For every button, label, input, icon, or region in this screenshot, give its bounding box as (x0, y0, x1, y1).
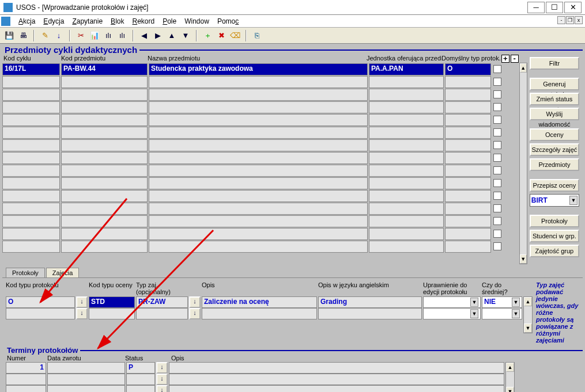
mdi-restore-button[interactable]: ❐ (566, 16, 574, 24)
grid-cell[interactable] (61, 203, 148, 215)
grid-cell[interactable]: 16/17L (2, 63, 60, 75)
zmien-status-button[interactable]: Zmień status prot. (530, 93, 579, 105)
grid-cell[interactable] (149, 228, 368, 240)
grid-cell[interactable] (445, 89, 491, 101)
table-row[interactable] (2, 89, 519, 101)
grid-cell[interactable] (445, 228, 491, 240)
grid-cell[interactable] (61, 177, 148, 189)
plus-button[interactable]: + (501, 55, 509, 63)
grid-cell[interactable] (149, 165, 368, 177)
grid-cell[interactable] (61, 139, 148, 151)
tab-zajecia[interactable]: Zajęcia (46, 268, 79, 277)
grid-cell[interactable]: PA.A.PAN (369, 63, 444, 75)
protokoly-button[interactable]: Protokoły (530, 215, 579, 227)
row-checkbox[interactable] (493, 179, 501, 187)
grid-cell[interactable] (369, 228, 444, 240)
grid-cell[interactable] (2, 127, 60, 139)
toolbar-chart-icon[interactable]: 📊 (89, 30, 100, 41)
filtr-button[interactable]: Filtr (530, 57, 579, 70)
table-row[interactable] (2, 241, 519, 253)
scroll-down-icon[interactable]: ▼ (506, 387, 514, 392)
toolbar-down-icon[interactable]: ↓ (53, 30, 65, 41)
select-srednia-2[interactable]: ▼ (482, 308, 522, 319)
grid-cell[interactable] (149, 139, 368, 151)
grid-cell[interactable] (369, 89, 444, 101)
row-checkbox[interactable] (493, 90, 501, 98)
grid-cell[interactable] (445, 101, 491, 113)
select-srednia[interactable]: NIE▼ (482, 296, 522, 308)
input-opis[interactable]: Zaliczenie na ocenę (202, 296, 317, 308)
studenci-button[interactable]: Studenci w grp. (530, 230, 579, 242)
table-row[interactable] (2, 127, 519, 139)
table-row[interactable] (2, 76, 519, 88)
grid-cell[interactable] (149, 76, 368, 88)
grid-cell[interactable] (2, 228, 60, 240)
toolbar-bars1-icon[interactable]: ılı (103, 30, 114, 41)
table-row[interactable] (2, 177, 519, 189)
grid-cell[interactable] (149, 177, 368, 189)
grid-cell[interactable] (2, 190, 60, 202)
row-checkbox[interactable] (493, 166, 501, 174)
grid-cell[interactable] (445, 190, 491, 202)
print-icon[interactable]: 🖶 (17, 30, 29, 41)
term-data-2[interactable] (47, 374, 125, 385)
przepisz-button[interactable]: Przepisz oceny (530, 179, 579, 192)
term-numer[interactable]: 1 (6, 362, 46, 374)
grid-cell[interactable] (61, 228, 148, 240)
term-lookup-1[interactable]: ↓ (156, 362, 168, 374)
delete-icon[interactable]: ✖ (216, 30, 227, 41)
grid-cell[interactable]: Studencka praktyka zawodowa (149, 63, 368, 75)
row-checkbox[interactable] (493, 217, 501, 225)
minimize-button[interactable]: ─ (527, 2, 545, 13)
grid-cell[interactable] (61, 165, 148, 177)
grid-cell[interactable] (445, 165, 491, 177)
toolbar-edit-icon[interactable]: ✎ (39, 30, 51, 41)
input-kod-typu-prot[interactable]: O (6, 296, 75, 308)
input-kod-typu-oceny-2[interactable] (89, 308, 135, 319)
grid-cell[interactable] (61, 241, 148, 253)
table-row[interactable] (2, 203, 519, 215)
input-opis-2[interactable] (202, 308, 317, 319)
term-numer-2[interactable] (6, 374, 46, 385)
scroll-down-icon[interactable]: ▼ (524, 324, 532, 333)
row-checkbox[interactable] (493, 230, 501, 238)
grid-cell[interactable] (149, 89, 368, 101)
mdi-close-button[interactable]: x (575, 16, 583, 24)
term-lookup-2[interactable]: ↓ (156, 374, 168, 385)
table-row[interactable] (2, 114, 519, 126)
term-status[interactable]: P (126, 362, 155, 374)
scroll-up-icon[interactable]: ▲ (520, 63, 527, 73)
grid-cell[interactable] (369, 215, 444, 227)
grid-cell[interactable] (2, 101, 60, 113)
grid-cell[interactable] (369, 190, 444, 202)
maximize-button[interactable]: ☐ (546, 2, 563, 13)
row-checkbox[interactable] (493, 154, 501, 162)
generuj-button[interactable]: Generuj protokoły (530, 78, 579, 90)
grid-cell[interactable] (445, 215, 491, 227)
menu-edycja[interactable]: Edycja (43, 17, 64, 25)
term-data-3[interactable] (47, 385, 125, 392)
birt-select[interactable]: BIRT▼ (530, 194, 579, 207)
grid-cell[interactable] (61, 76, 148, 88)
input-opis-en-2[interactable] (318, 308, 422, 319)
menu-pole[interactable]: Pole (163, 17, 176, 25)
grid-cell[interactable] (2, 89, 60, 101)
grid-cell[interactable] (369, 165, 444, 177)
grid-cell[interactable] (2, 76, 60, 88)
proto-scrollbar[interactable]: ▲ ▼ (523, 296, 533, 333)
grid-cell[interactable] (149, 190, 368, 202)
grid-cell[interactable] (369, 139, 444, 151)
scroll-up-icon[interactable]: ▲ (524, 297, 532, 306)
grid-cell[interactable] (445, 127, 491, 139)
grid-cell[interactable] (2, 139, 60, 151)
table-row[interactable] (2, 139, 519, 151)
term-status-2[interactable] (126, 374, 155, 385)
menu-blok[interactable]: Blok (111, 17, 124, 25)
grid-cell[interactable] (61, 101, 148, 113)
przedmioty-button[interactable]: Przedmioty (530, 158, 579, 171)
row-checkbox[interactable] (493, 116, 501, 124)
save-icon[interactable]: 💾 (3, 30, 15, 41)
grid-cell[interactable] (445, 152, 491, 164)
table-row[interactable] (2, 101, 519, 113)
grid-cell[interactable] (149, 101, 368, 113)
